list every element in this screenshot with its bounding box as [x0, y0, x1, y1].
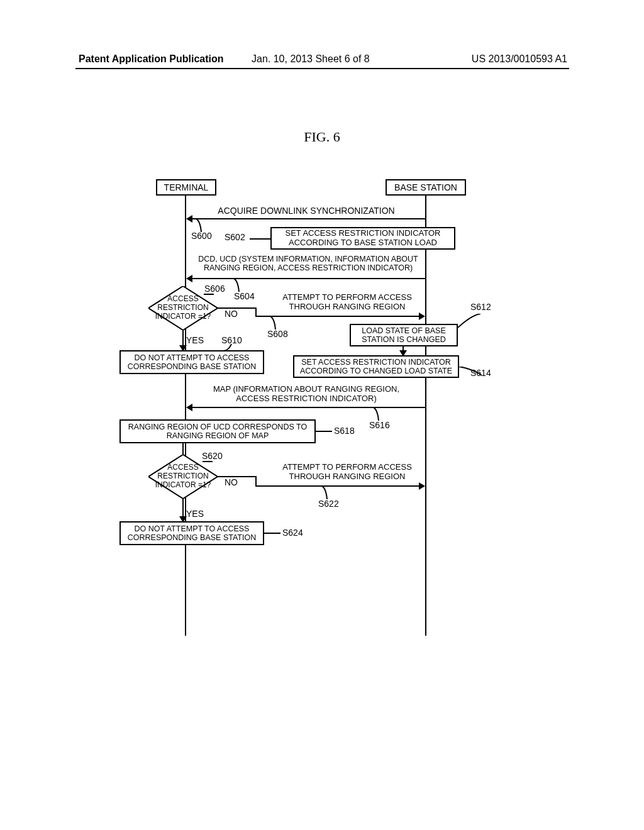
d2-yes-line: [182, 499, 184, 517]
box-ranging-corresponds-text: RANGING REGION OF UCD CORRESPONDS TO RAN…: [123, 423, 312, 441]
p5-to-d2-line: [182, 443, 184, 455]
msg-dcd-ucd-text: DCD, UCD (SYSTEM INFORMATION, INFORMATIO…: [198, 255, 418, 272]
msg-dcd-ucd: DCD, UCD (SYSTEM INFORMATION, INFORMATIO…: [189, 255, 428, 272]
arrow-map: [191, 407, 425, 408]
header-left: Patent Application Publication: [79, 53, 224, 65]
s616-label: S616: [369, 420, 390, 430]
box-ranging-corresponds: RANGING REGION OF UCD CORRESPONDS TO RAN…: [119, 419, 316, 443]
s604-label: S604: [234, 291, 255, 301]
flowchart-diagram: TERMINAL BASE STATION ACQUIRE DOWNLINK S…: [133, 179, 511, 632]
base-station-entity: BASE STATION: [386, 179, 466, 196]
d2-no-label: NO: [225, 477, 238, 487]
s620-label: S620: [202, 451, 223, 461]
d1-yes-line: [182, 330, 184, 346]
s620-leader: [203, 461, 213, 462]
box-set-indicator-changed: SET ACCESS RESTRICTION INDICATOR ACCORDI…: [293, 355, 459, 378]
box-set-indicator-load: SET ACCESS RESTRICTION INDICATOR ACCORDI…: [270, 227, 455, 250]
s624-leader: [264, 533, 280, 534]
s614-leader: [459, 367, 482, 380]
s612-leader: [458, 314, 480, 331]
s612-label: S612: [470, 302, 491, 312]
arrow-attempt-access-2: [255, 485, 420, 487]
s608-label: S608: [267, 329, 288, 339]
msg-attempt-access-2-text: ATTEMPT TO PERFORM ACCESS THROUGH RANGIN…: [282, 462, 412, 481]
d2-no-elbow: [255, 476, 257, 487]
header-right: US 2013/0010593 A1: [472, 53, 567, 65]
s618-label: S618: [334, 426, 355, 436]
terminal-lifeline: [185, 196, 186, 636]
arrow-acquire-downlink: [191, 218, 425, 219]
arrow-dcd-ucd: [191, 278, 425, 279]
box-set-indicator-changed-text: SET ACCESS RESTRICTION INDICATOR ACCORDI…: [297, 358, 455, 376]
s602-label: S602: [225, 232, 245, 242]
base-station-entity-label: BASE STATION: [394, 182, 457, 192]
s622-label: S622: [318, 499, 339, 509]
box-do-not-attempt-1-text: DO NOT ATTEMPT TO ACCESS CORRESPONDING B…: [123, 353, 260, 372]
msg-attempt-access-1: ATTEMPT TO PERFORM ACCESS THROUGH RANGIN…: [275, 292, 419, 311]
box-load-state-changed: LOAD STATE OF BASE STATION IS CHANGED: [350, 324, 458, 346]
msg-map-text: MAP (INFORMATION ABOUT RANGING REGION, A…: [213, 384, 399, 403]
d1-no-elbow: [255, 307, 257, 317]
msg-attempt-access-2: ATTEMPT TO PERFORM ACCESS THROUGH RANGIN…: [275, 462, 419, 481]
d1-yes-label: YES: [186, 335, 204, 345]
figure-label: FIG. 6: [0, 129, 644, 145]
header-rule: [75, 68, 569, 69]
decision-indicator-1-label: ACCESS RESTRICTION INDICATOR =1?: [155, 295, 211, 321]
decision-indicator-2-label: ACCESS RESTRICTION INDICATOR =1?: [155, 463, 211, 489]
msg-acquire-downlink: ACQUIRE DOWNLINK SYNCHRONIZATION: [196, 206, 416, 216]
box-do-not-attempt-2-text: DO NOT ATTEMPT TO ACCESS CORRESPONDING B…: [123, 524, 260, 543]
d2-yes-label: YES: [186, 509, 204, 519]
s606-label: S606: [204, 284, 225, 294]
box-load-state-changed-text: LOAD STATE OF BASE STATION IS CHANGED: [353, 326, 454, 345]
s618-leader: [316, 431, 332, 432]
s624-label: S624: [282, 528, 303, 538]
box-set-indicator-load-text: SET ACCESS RESTRICTION INDICATOR ACCORDI…: [274, 229, 452, 248]
terminal-entity: TERMINAL: [156, 179, 216, 196]
terminal-entity-label: TERMINAL: [164, 182, 209, 192]
d1-no-label: NO: [225, 309, 238, 319]
msg-map: MAP (INFORMATION ABOUT RANGING REGION, A…: [196, 384, 416, 403]
s600-label: S600: [191, 231, 212, 241]
s610-leader: [224, 344, 235, 355]
s602-leader: [250, 238, 270, 240]
header-center: Jan. 10, 2013 Sheet 6 of 8: [252, 53, 370, 65]
p3-to-p4-line: [402, 346, 404, 351]
box-do-not-attempt-2: DO NOT ATTEMPT TO ACCESS CORRESPONDING B…: [119, 521, 264, 545]
msg-attempt-access-1-text: ATTEMPT TO PERFORM ACCESS THROUGH RANGIN…: [282, 292, 412, 311]
box-do-not-attempt-1: DO NOT ATTEMPT TO ACCESS CORRESPONDING B…: [119, 350, 264, 374]
msg-acquire-downlink-text: ACQUIRE DOWNLINK SYNCHRONIZATION: [218, 206, 394, 216]
